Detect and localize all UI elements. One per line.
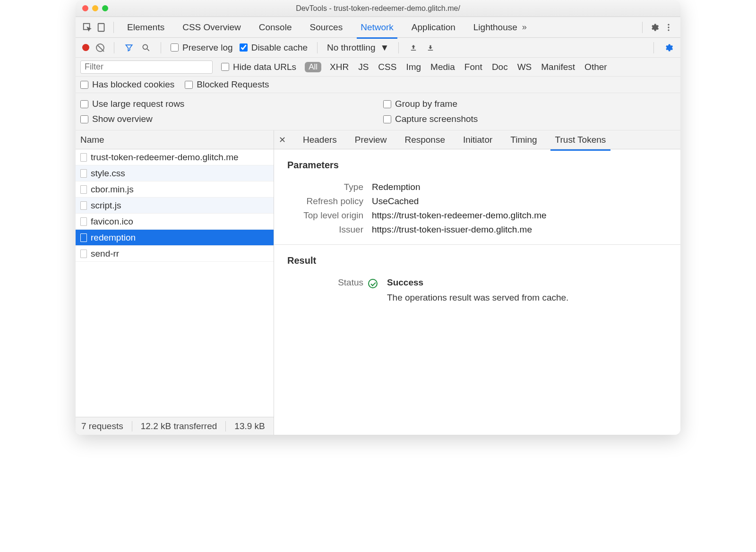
filter-type-doc[interactable]: Doc xyxy=(492,62,508,72)
detail-tab-response[interactable]: Response xyxy=(404,132,446,148)
filter-type-xhr[interactable]: XHR xyxy=(330,62,349,72)
more-tabs-icon[interactable]: » xyxy=(522,22,527,32)
network-settings-gear-icon[interactable] xyxy=(663,43,674,53)
request-name: redemption xyxy=(91,233,136,243)
devtools-tabbar: ElementsCSS OverviewConsoleSourcesNetwor… xyxy=(76,17,680,38)
filter-input[interactable] xyxy=(80,60,213,74)
request-name: trust-token-redeemer-demo.glitch.me xyxy=(91,152,239,163)
preserve-log-label: Preserve log xyxy=(182,43,233,53)
settings-gear-icon[interactable] xyxy=(649,22,660,33)
capture-screenshots-label: Capture screenshots xyxy=(395,114,478,124)
tab-lighthouse[interactable]: Lighthouse xyxy=(472,19,518,35)
filter-type-font[interactable]: Font xyxy=(464,62,482,72)
file-icon xyxy=(80,153,87,162)
large-rows-checkbox[interactable]: Use large request rows xyxy=(80,99,373,109)
request-row[interactable]: style.css xyxy=(76,165,274,181)
filter-type-ws[interactable]: WS xyxy=(517,62,532,72)
tab-elements[interactable]: Elements xyxy=(126,19,165,35)
param-key: Top level origin xyxy=(281,210,363,221)
filter-type-other[interactable]: Other xyxy=(584,62,607,72)
request-row[interactable]: script.js xyxy=(76,198,274,214)
file-icon xyxy=(80,201,87,210)
chevron-down-icon: ▼ xyxy=(380,43,389,53)
file-icon xyxy=(80,217,87,226)
detail-tab-timing[interactable]: Timing xyxy=(509,132,538,148)
request-name: style.css xyxy=(91,168,125,179)
separator xyxy=(642,22,643,33)
request-row[interactable]: redemption xyxy=(76,230,274,246)
record-icon[interactable] xyxy=(82,44,89,51)
filter-type-media[interactable]: Media xyxy=(430,62,455,72)
disable-cache-checkbox[interactable]: Disable cache xyxy=(240,43,308,53)
request-row[interactable]: cbor.min.js xyxy=(76,181,274,198)
separator xyxy=(398,42,399,53)
has-blocked-cookies-checkbox[interactable]: Has blocked cookies xyxy=(80,79,174,90)
device-toggle-icon[interactable] xyxy=(96,22,107,33)
param-key: Issuer xyxy=(281,224,363,235)
detail-tab-trust-tokens[interactable]: Trust Tokens xyxy=(554,132,607,148)
param-value: https://trust-token-redeemer-demo.glitch… xyxy=(372,210,674,221)
upload-har-icon[interactable] xyxy=(408,43,419,53)
status-note: The operations result was served from ca… xyxy=(387,293,674,303)
tab-application[interactable]: Application xyxy=(411,19,456,35)
view-options-bar: Use large request rows Show overview Gro… xyxy=(76,93,680,130)
filter-type-css[interactable]: CSS xyxy=(378,62,396,72)
has-blocked-cookies-label: Has blocked cookies xyxy=(92,79,174,90)
file-icon xyxy=(80,185,87,194)
separator xyxy=(113,22,114,33)
separator xyxy=(225,421,226,431)
request-detail-pane: ✕ HeadersPreviewResponseInitiatorTimingT… xyxy=(274,130,680,435)
separator xyxy=(653,42,654,53)
filter-type-manifest[interactable]: Manifest xyxy=(541,62,575,72)
close-icon[interactable]: ✕ xyxy=(279,135,286,145)
request-row[interactable]: trust-token-redeemer-demo.glitch.me xyxy=(76,149,274,165)
param-key: Type xyxy=(281,182,363,192)
tab-network[interactable]: Network xyxy=(360,19,395,35)
filter-type-js[interactable]: JS xyxy=(358,62,369,72)
filter-all-pill[interactable]: All xyxy=(305,62,321,72)
detail-tab-initiator[interactable]: Initiator xyxy=(462,132,493,148)
svg-point-3 xyxy=(668,26,669,28)
search-icon[interactable] xyxy=(141,43,151,53)
resource-size: 13.9 kB xyxy=(234,421,265,431)
request-list-header: Name xyxy=(76,130,274,149)
preserve-log-checkbox[interactable]: Preserve log xyxy=(171,43,233,53)
request-status-bar: 7 requests 12.2 kB transferred 13.9 kB xyxy=(76,417,274,435)
disable-cache-label: Disable cache xyxy=(251,43,308,53)
blocked-requests-label: Blocked Requests xyxy=(197,79,269,90)
tab-console[interactable]: Console xyxy=(258,19,293,35)
clear-icon[interactable] xyxy=(96,43,104,52)
tab-sources[interactable]: Sources xyxy=(309,19,344,35)
tab-css-overview[interactable]: CSS Overview xyxy=(181,19,242,35)
result-section-title: Result xyxy=(274,245,680,269)
hide-data-urls-checkbox[interactable]: Hide data URLs xyxy=(221,62,296,72)
transferred-size: 12.2 kB transferred xyxy=(141,421,217,431)
request-name: cbor.min.js xyxy=(91,184,134,195)
request-row[interactable]: send-rr xyxy=(76,246,274,262)
blocked-bar: Has blocked cookies Blocked Requests xyxy=(76,77,680,93)
request-name: favicon.ico xyxy=(91,216,133,227)
large-rows-label: Use large request rows xyxy=(92,99,184,109)
throttling-select[interactable]: No throttling▼ xyxy=(327,43,389,53)
param-key: Refresh policy xyxy=(281,196,363,207)
inspect-element-icon[interactable] xyxy=(82,22,93,33)
download-har-icon[interactable] xyxy=(425,43,436,53)
file-icon xyxy=(80,233,87,242)
kebab-menu-icon[interactable] xyxy=(663,22,674,33)
group-by-frame-label: Group by frame xyxy=(395,99,457,109)
separator xyxy=(161,42,161,53)
param-value: https://trust-token-issuer-demo.glitch.m… xyxy=(372,224,674,235)
capture-screenshots-checkbox[interactable]: Capture screenshots xyxy=(383,114,676,124)
request-row[interactable]: favicon.ico xyxy=(76,214,274,230)
show-overview-checkbox[interactable]: Show overview xyxy=(80,114,373,124)
svg-point-4 xyxy=(668,29,669,31)
parameters-section-title: Parameters xyxy=(274,149,680,173)
blocked-requests-checkbox[interactable]: Blocked Requests xyxy=(185,79,269,90)
detail-tab-headers[interactable]: Headers xyxy=(302,132,338,148)
status-key: Status xyxy=(281,277,363,288)
file-icon xyxy=(80,250,87,258)
filter-icon[interactable] xyxy=(124,43,134,53)
detail-tab-preview[interactable]: Preview xyxy=(354,132,388,148)
filter-type-img[interactable]: Img xyxy=(406,62,421,72)
group-by-frame-checkbox[interactable]: Group by frame xyxy=(383,99,676,109)
